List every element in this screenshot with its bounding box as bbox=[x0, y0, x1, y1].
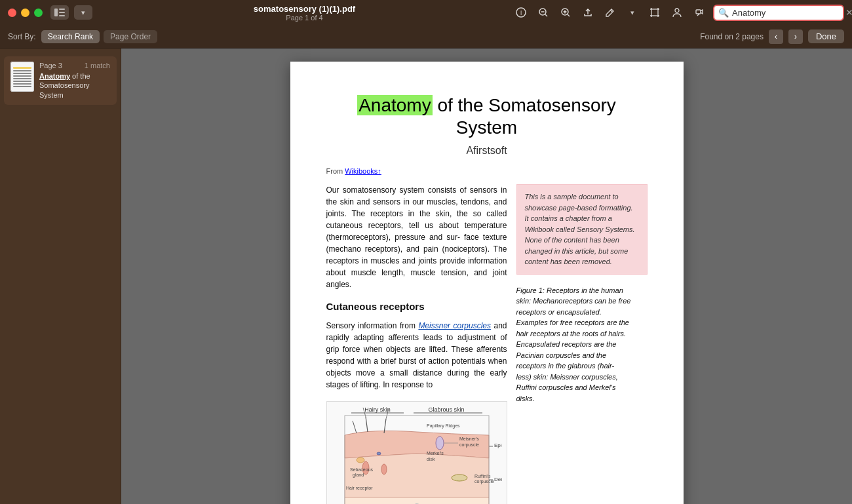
svg-text:Glabrous skin: Glabrous skin bbox=[428, 406, 464, 413]
svg-point-47 bbox=[436, 436, 444, 450]
svg-text:corpuscle: corpuscle bbox=[459, 442, 479, 448]
svg-text:disk: disk bbox=[427, 457, 435, 461]
figure-area: Hairy skin Glabrous skin bbox=[326, 401, 507, 504]
svg-line-36 bbox=[353, 421, 357, 433]
svg-text:Ruffini's: Ruffini's bbox=[474, 474, 491, 478]
crop-icon[interactable] bbox=[646, 4, 663, 21]
pdf-page: Anatomy of the Somatosensory System Afir… bbox=[290, 62, 684, 504]
svg-text:Epidermis: Epidermis bbox=[494, 442, 502, 448]
svg-line-12 bbox=[568, 14, 570, 16]
title-rest: of the Somatosensory System bbox=[433, 95, 616, 138]
prev-result-button[interactable]: ‹ bbox=[769, 29, 783, 44]
svg-point-42 bbox=[377, 452, 381, 455]
zoom-out-icon[interactable] bbox=[535, 4, 552, 21]
pdf-main-column: Our somatosensory system consists of sen… bbox=[326, 184, 507, 504]
minimize-button[interactable] bbox=[21, 9, 29, 17]
section1-p-after: and rapidly adapting afferents leads to … bbox=[326, 321, 507, 389]
svg-text:Meisner's: Meisner's bbox=[459, 436, 479, 441]
pen-icon[interactable] bbox=[602, 4, 619, 21]
svg-text:Sebaceous: Sebaceous bbox=[350, 467, 374, 472]
filename-label: somatosensory (1)(1).pdf bbox=[254, 4, 355, 14]
snippet-highlight-text: Anatomy bbox=[39, 72, 70, 80]
share-icon[interactable] bbox=[579, 4, 596, 21]
figure-image: Hairy skin Glabrous skin bbox=[326, 401, 507, 504]
svg-text:Hair receptor: Hair receptor bbox=[346, 486, 373, 491]
person-icon[interactable] bbox=[668, 4, 686, 21]
svg-text:Papillary Ridges: Papillary Ridges bbox=[427, 423, 460, 429]
pdf-subtitle: Afirstsoft bbox=[326, 145, 648, 157]
sidebar-search-result[interactable]: Page 3 1 match Anatomy of the Somatosens… bbox=[4, 56, 117, 105]
body-paragraph-1: Our somatosensory system consists of sen… bbox=[326, 184, 507, 290]
svg-rect-1 bbox=[59, 9, 65, 10]
section1-p-before: Sensory information from bbox=[326, 321, 419, 330]
found-pages-label: Found on 2 pages bbox=[700, 32, 764, 41]
svg-rect-25 bbox=[696, 10, 701, 14]
svg-line-32 bbox=[366, 417, 368, 432]
svg-point-39 bbox=[357, 457, 364, 463]
done-button[interactable]: Done bbox=[808, 29, 844, 43]
title-highlight: Anatomy bbox=[357, 95, 433, 115]
search-input[interactable] bbox=[732, 8, 842, 18]
svg-text:i: i bbox=[520, 9, 522, 16]
svg-rect-3 bbox=[59, 15, 65, 16]
sidebar-thumbnail bbox=[10, 62, 34, 92]
close-button[interactable] bbox=[8, 9, 16, 17]
svg-rect-31 bbox=[345, 497, 489, 504]
svg-point-24 bbox=[675, 9, 679, 12]
svg-line-8 bbox=[545, 14, 547, 16]
pdf-viewer[interactable]: Anatomy of the Somatosensory System Afir… bbox=[121, 48, 852, 504]
sidebar-match-count: 1 match bbox=[85, 62, 110, 69]
info-icon[interactable]: i bbox=[513, 4, 530, 21]
source-label: From bbox=[326, 167, 343, 175]
sidebar-chevron-button[interactable]: ▾ bbox=[74, 5, 92, 20]
sidebar-result-info: Page 3 1 match Anatomy of the Somatosens… bbox=[39, 62, 110, 100]
svg-text:corpuscle: corpuscle bbox=[474, 479, 494, 484]
sidebar: Page 3 1 match Anatomy of the Somatosens… bbox=[0, 48, 121, 504]
source-link[interactable]: Wikibooks↑ bbox=[345, 167, 381, 175]
sort-by-label: Sort By: bbox=[8, 32, 36, 41]
pdf-side-column: This is a sample document to showcase pa… bbox=[516, 184, 648, 504]
section1-paragraph: Sensory information from Meissner corpus… bbox=[326, 320, 507, 391]
svg-text:Dermis: Dermis bbox=[494, 476, 502, 482]
next-result-button[interactable]: › bbox=[788, 29, 803, 44]
pdf-source: From Wikibooks↑ bbox=[326, 167, 648, 175]
speak-icon[interactable] bbox=[691, 4, 708, 21]
svg-text:Hairy skin: Hairy skin bbox=[364, 406, 391, 413]
zoom-in-icon[interactable] bbox=[557, 4, 574, 21]
figure-caption: Figure 1: Receptors in the human skin: M… bbox=[516, 285, 631, 404]
markup-chevron-icon[interactable]: ▾ bbox=[624, 4, 641, 21]
svg-text:Merkel's: Merkel's bbox=[427, 451, 444, 456]
toolbar-right: Found on 2 pages ‹ › Done bbox=[700, 29, 844, 44]
svg-point-51 bbox=[452, 475, 467, 481]
titlebar-center: somatosensory (1)(1).pdf Page 1 of 4 bbox=[96, 4, 513, 22]
svg-text:gland: gland bbox=[353, 473, 364, 478]
titlebar-tools: i bbox=[513, 4, 844, 21]
sidebar-page-number: Page 3 bbox=[39, 62, 62, 69]
sort-search-rank-button[interactable]: Search Rank bbox=[41, 30, 100, 43]
search-icon: 🔍 bbox=[718, 8, 729, 18]
main-area: Page 3 1 match Anatomy of the Somatosens… bbox=[0, 48, 852, 504]
sample-doc-notice: This is a sample document to showcase pa… bbox=[516, 184, 648, 275]
section-heading-cutaneous: Cutaneous receptors bbox=[326, 300, 507, 315]
svg-rect-15 bbox=[651, 9, 658, 16]
meissner-link[interactable]: Meissner corpuscles bbox=[418, 321, 491, 330]
toolbar: Sort By: Search Rank Page Order Found on… bbox=[0, 25, 852, 48]
search-clear-button[interactable]: ✕ bbox=[845, 8, 852, 17]
pdf-columns: Our somatosensory system consists of sen… bbox=[326, 184, 648, 504]
sidebar-toggle-button[interactable] bbox=[50, 5, 69, 20]
sidebar-snippet: Anatomy of the Somatosensory System bbox=[39, 71, 110, 100]
maximize-button[interactable] bbox=[34, 9, 43, 17]
traffic-lights bbox=[8, 9, 43, 17]
titlebar: ▾ somatosensory (1)(1).pdf Page 1 of 4 i bbox=[0, 0, 852, 25]
page-info-label: Page 1 of 4 bbox=[286, 14, 322, 22]
sort-page-order-button[interactable]: Page Order bbox=[104, 30, 157, 43]
pdf-title: Anatomy of the Somatosensory System bbox=[326, 94, 648, 138]
svg-rect-0 bbox=[54, 9, 58, 16]
svg-point-38 bbox=[381, 464, 387, 475]
svg-rect-2 bbox=[59, 12, 65, 13]
search-box[interactable]: 🔍 ✕ bbox=[713, 5, 844, 21]
